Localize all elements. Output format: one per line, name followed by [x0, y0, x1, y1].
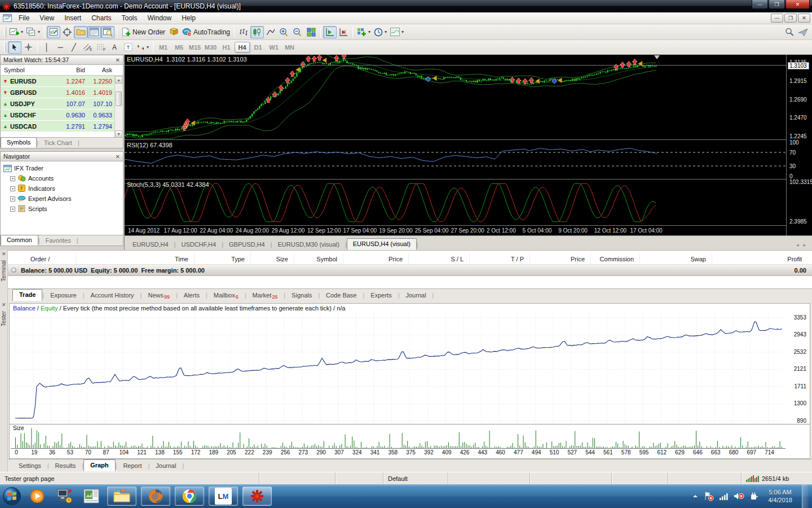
terminal-tab-experts[interactable]: Experts: [364, 290, 398, 301]
metaeditor-button[interactable]: [167, 26, 180, 38]
timeframe-d1[interactable]: D1: [250, 42, 266, 52]
market-watch-row[interactable]: ▼GBPUSD1.40161.4019: [1, 87, 123, 98]
market-watch-toggle[interactable]: [47, 26, 60, 38]
stochastic-chart[interactable]: [125, 180, 786, 226]
vertical-line-button[interactable]: │: [40, 41, 54, 54]
mdi-restore-button[interactable]: ❐: [784, 14, 797, 23]
navigator-item-expert-advisors[interactable]: +Expert Advisors: [1, 194, 123, 204]
column-symbol[interactable]: Symbol: [1, 67, 51, 73]
column-header-time[interactable]: Time: [76, 253, 194, 264]
column-header-price[interactable]: Price: [343, 253, 408, 264]
data-window-toggle[interactable]: [60, 26, 74, 38]
timeframe-m30[interactable]: M30: [203, 42, 218, 52]
terminal-toggle[interactable]: [87, 26, 101, 38]
strategy-tester-toggle[interactable]: [101, 26, 114, 38]
scrollbar-thumb[interactable]: [116, 91, 122, 106]
minimize-button[interactable]: —: [752, 0, 768, 9]
terminal-tab-code-base[interactable]: Code Base: [320, 290, 363, 301]
column-header-s-l[interactable]: S / L: [408, 253, 469, 264]
column-header-symbol[interactable]: Symbol: [294, 253, 343, 264]
expand-icon[interactable]: +: [10, 207, 15, 212]
maximize-button[interactable]: ❐: [769, 0, 785, 9]
new-chart-button[interactable]: ▾: [8, 26, 25, 38]
navigator-root-item[interactable]: IFX Trader: [1, 163, 123, 173]
tester-graph[interactable]: Balance / Equity / Every tick (the most …: [9, 303, 810, 459]
tester-tab-results[interactable]: Results: [49, 461, 82, 471]
navigator-title-bar[interactable]: Navigator ✕: [1, 152, 123, 161]
chart-tab-gbpusd-h4[interactable]: GBPUSD,H4: [223, 239, 271, 250]
column-header-price[interactable]: Price: [529, 253, 590, 264]
templates-button[interactable]: ▾: [389, 26, 405, 38]
taskbar-media-player[interactable]: [26, 487, 48, 506]
arrows-button[interactable]: ▾: [135, 41, 151, 54]
terminal-tab-mailbox[interactable]: Mailbox6: [208, 290, 245, 301]
navigator-tab-favorites[interactable]: Favorites: [39, 236, 76, 246]
tester-tab-settings[interactable]: Settings: [12, 461, 47, 471]
terminal-tab-news[interactable]: News99: [142, 290, 176, 301]
size-histogram[interactable]: [11, 425, 785, 449]
taskbar-metatrader[interactable]: [242, 487, 272, 506]
menu-insert[interactable]: Insert: [59, 13, 86, 23]
chart-bars-button[interactable]: [237, 26, 250, 38]
chart-tab-eurusd-h4-visual-[interactable]: EURUSD,H4 (visual): [347, 238, 417, 250]
column-header-t-p[interactable]: T / P: [469, 253, 529, 264]
expand-icon[interactable]: +: [10, 196, 15, 202]
fibonacci-button[interactable]: F: [94, 41, 108, 54]
taskbar-lm-app[interactable]: LM: [209, 487, 238, 506]
close-button[interactable]: ✕: [785, 0, 810, 9]
terminal-tab-signals[interactable]: Signals: [285, 290, 318, 301]
taskbar-chrome[interactable]: [175, 487, 204, 506]
chart-window-icon[interactable]: [3, 14, 12, 22]
column-header-type[interactable]: Type: [194, 253, 250, 264]
show-desktop-button[interactable]: [802, 484, 809, 508]
toolbar-grip[interactable]: [4, 27, 6, 37]
navigator-toggle[interactable]: [74, 26, 87, 38]
terminal-tab-account-history[interactable]: Account History: [85, 290, 140, 301]
timeframe-mn[interactable]: MN: [282, 42, 297, 52]
taskbar-remote-desktop[interactable]: [53, 487, 76, 506]
column-header-order-[interactable]: Order /: [8, 253, 76, 264]
navigator-item-indicators[interactable]: +fIndicators: [1, 183, 123, 194]
market-watch-scrollbar[interactable]: ▲ ▼: [114, 76, 122, 138]
volume-muted-icon[interactable]: [734, 492, 744, 501]
menu-charts[interactable]: Charts: [86, 13, 116, 23]
menu-view[interactable]: View: [34, 13, 59, 23]
rsi-chart[interactable]: [125, 141, 786, 179]
column-ask[interactable]: Ask: [85, 67, 114, 73]
toolbar-grip[interactable]: [4, 42, 6, 52]
search-button[interactable]: [783, 26, 796, 38]
column-header-swap[interactable]: Swap: [639, 253, 712, 264]
community-button[interactable]: [796, 26, 810, 38]
close-icon[interactable]: ✕: [2, 302, 6, 308]
trendline-button[interactable]: ╱: [67, 41, 81, 54]
terminal-tab-alerts[interactable]: Alerts: [178, 290, 206, 301]
auto-scroll-toggle[interactable]: [323, 26, 337, 38]
text-label-button[interactable]: T: [121, 41, 135, 54]
market-watch-row[interactable]: ▼EURUSD1.22471.2250: [1, 76, 123, 87]
tab-scroll-left-icon[interactable]: ◂: [796, 242, 799, 248]
balance-row[interactable]: Balance: 5 000.00 USD Equity: 5 000.00 F…: [8, 264, 812, 276]
mdi-close-button[interactable]: ✕: [798, 14, 810, 23]
text-button[interactable]: A: [108, 41, 121, 54]
tester-tab-graph[interactable]: Graph: [83, 459, 115, 471]
navigator-item-accounts[interactable]: +Accounts: [1, 173, 123, 183]
chart-line-button[interactable]: [264, 26, 277, 38]
horizontal-line-button[interactable]: ─: [54, 41, 67, 54]
close-icon[interactable]: ✕: [2, 251, 6, 257]
indicators-button[interactable]: ▾: [355, 26, 372, 38]
action-center-icon[interactable]: [704, 491, 714, 501]
column-header-profit[interactable]: Profit: [712, 253, 807, 264]
timeframe-w1[interactable]: W1: [266, 42, 281, 52]
tab-scroll-right-icon[interactable]: ▸: [803, 242, 806, 248]
market-watch-title-bar[interactable]: Market Watch: 15:54:37 ✕: [1, 55, 123, 65]
terminal-tab-market[interactable]: Market26: [246, 290, 284, 301]
taskbar-firefox[interactable]: [141, 487, 170, 506]
close-icon[interactable]: ✕: [116, 57, 120, 63]
tester-tab-report[interactable]: Report: [117, 461, 148, 471]
periods-button[interactable]: ▾: [372, 26, 389, 38]
mdi-minimize-button[interactable]: —: [771, 14, 783, 23]
timeframe-h1[interactable]: H1: [219, 42, 234, 52]
network-icon[interactable]: [719, 492, 729, 501]
menu-window[interactable]: Window: [143, 13, 177, 23]
market-watch-row[interactable]: ▲USDJPY107.07107.10: [1, 98, 123, 110]
